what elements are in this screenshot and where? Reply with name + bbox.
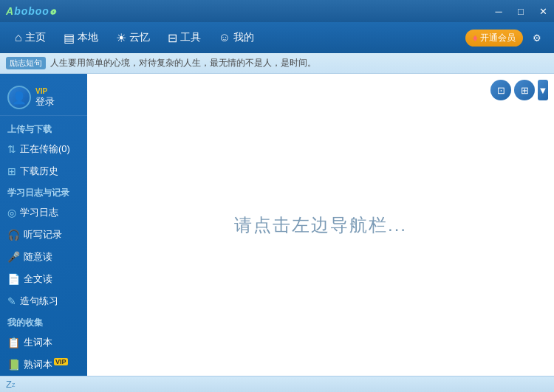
sleep-icon-small: z	[12, 381, 16, 388]
title-bar: Aboboo❁ ─ □ ✕	[0, 0, 554, 22]
top-right-icon-2[interactable]: ⊞	[514, 80, 535, 100]
dictation-label: 听写记录	[24, 228, 62, 241]
nav-mine[interactable]: ☺ 我的	[210, 28, 263, 47]
nav-mine-label: 我的	[233, 31, 254, 44]
window-controls: ─ □ ✕	[488, 0, 554, 22]
download-history-label: 下载历史	[20, 165, 58, 178]
sidebar-item-study-log[interactable]: ◎ 学习日志	[0, 202, 87, 224]
nav-tools-label: 工具	[180, 31, 201, 44]
login-button[interactable]: 登录	[35, 95, 55, 109]
random-read-label: 随意读	[24, 250, 52, 264]
transfer-label: 正在传输(0)	[20, 142, 70, 156]
status-bar: Z z	[0, 376, 554, 392]
top-right-icon-3[interactable]: ▼	[538, 80, 548, 100]
minimize-button[interactable]: ─	[488, 0, 510, 22]
top-right-icon-1[interactable]: ⊡	[490, 80, 511, 100]
familiar-words-icon: 📗	[7, 359, 20, 371]
app-logo: Aboboo❁	[6, 5, 56, 17]
home-icon: ⌂	[15, 31, 22, 44]
sentence-icon: ✎	[7, 295, 16, 307]
new-words-label: 生词本	[24, 336, 52, 349]
sidebar-item-download-history[interactable]: ⊞ 下载历史	[0, 160, 87, 182]
ticker-text: 人生要用简单的心境，对待复杂的人生，最无情的不是人，是时间。	[50, 57, 316, 69]
sidebar: 👤 VIP 登录 上传与下载 ⇅ 正在传输(0) ⊞ 下载历史 学习日志与记录 …	[0, 74, 87, 376]
tools-icon: ⊟	[168, 31, 177, 45]
login-area: 👤 VIP 登录	[0, 80, 87, 116]
full-read-label: 全文读	[24, 272, 52, 286]
sidebar-item-dictation[interactable]: 🎧 听写记录	[0, 224, 87, 246]
sleep-icon: Z	[6, 379, 12, 390]
familiar-words-label: 熟词本VIP	[24, 358, 68, 371]
vip-button-label: 开通会员	[480, 32, 516, 44]
nav-memory[interactable]: ☀ 云忆	[107, 28, 159, 48]
section-study-title: 学习日志与记录	[0, 182, 87, 202]
transfer-icon: ⇅	[7, 143, 16, 155]
study-log-label: 学习日志	[20, 206, 58, 219]
vip-button[interactable]: ♦ 开通会员	[465, 30, 523, 47]
login-info: VIP 登录	[35, 87, 55, 109]
top-right-icons: ⊡ ⊞ ▼	[490, 80, 548, 100]
memory-icon: ☀	[116, 31, 126, 45]
vip-badge: VIP	[35, 87, 55, 95]
nav-home[interactable]: ⌂ 主页	[6, 28, 55, 47]
full-read-icon: 📄	[7, 273, 20, 285]
dictation-icon: 🎧	[7, 229, 20, 241]
sidebar-item-random-read[interactable]: 🎤 随意读	[0, 246, 87, 268]
nav-memory-label: 云忆	[129, 31, 150, 44]
nav-bar: ⌂ 主页 ▤ 本地 ☀ 云忆 ⊟ 工具 ☺ 我的 ♦ 开通会员 ⚙	[0, 22, 554, 53]
avatar-icon: 👤	[12, 91, 27, 105]
main-layout: 👤 VIP 登录 上传与下载 ⇅ 正在传输(0) ⊞ 下载历史 学习日志与记录 …	[0, 74, 554, 376]
avatar: 👤	[7, 86, 31, 109]
download-history-icon: ⊞	[7, 165, 16, 177]
study-log-icon: ◎	[7, 207, 16, 219]
settings-button[interactable]: ⚙	[526, 27, 548, 49]
local-icon: ▤	[64, 31, 75, 45]
sidebar-item-new-words[interactable]: 📋 生词本	[0, 331, 87, 354]
section-upload-title: 上传与下载	[0, 119, 87, 138]
new-words-icon: 📋	[7, 337, 20, 348]
sidebar-item-transfer[interactable]: ⇅ 正在传输(0)	[0, 138, 87, 160]
sidebar-item-full-read[interactable]: 📄 全文读	[0, 268, 87, 290]
nav-home-label: 主页	[25, 31, 46, 44]
ticker-bar: 励志短句 人生要用简单的心境，对待复杂的人生，最无情的不是人，是时间。	[0, 53, 554, 74]
section-collection-title: 我的收集	[0, 312, 87, 331]
sidebar-item-familiar-words[interactable]: 📗 熟词本VIP	[0, 354, 87, 376]
content-placeholder: 请点击左边导航栏...	[234, 213, 407, 237]
nav-tools[interactable]: ⊟ 工具	[159, 28, 210, 48]
diamond-icon: ♦	[473, 32, 478, 44]
close-button[interactable]: ✕	[532, 0, 554, 22]
ticker-tag: 励志短句	[6, 57, 46, 69]
sidebar-item-sentence[interactable]: ✎ 造句练习	[0, 290, 87, 312]
mine-icon: ☺	[219, 31, 230, 44]
nav-local-label: 本地	[78, 31, 98, 44]
nav-local[interactable]: ▤ 本地	[55, 28, 107, 48]
sentence-label: 造句练习	[20, 295, 58, 308]
content-area: 请点击左边导航栏... ⊡ ⊞ ▼	[87, 74, 554, 376]
random-read-icon: 🎤	[7, 251, 20, 263]
maximize-button[interactable]: □	[510, 0, 532, 22]
